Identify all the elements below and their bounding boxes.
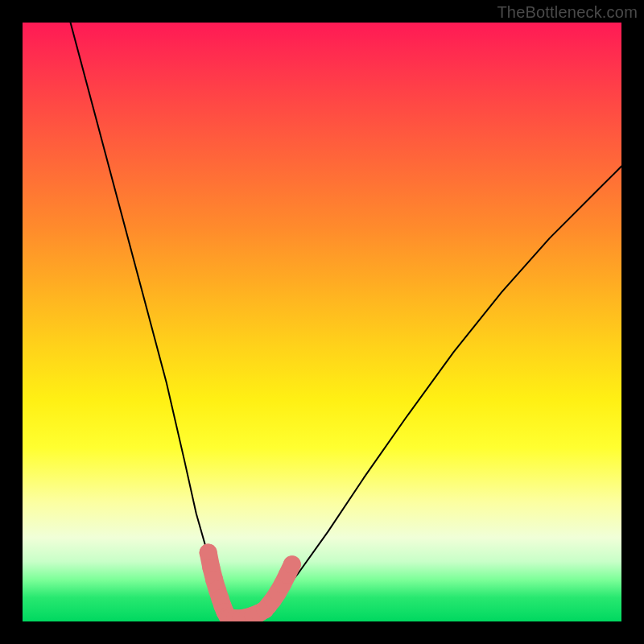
plot-area: [23, 23, 621, 621]
chart-curves: [71, 23, 621, 621]
curve-layer: [23, 23, 621, 621]
marker-dot: [283, 555, 301, 573]
chart-frame: TheBottleneck.com: [0, 0, 644, 644]
curve-bottleneck-curve: [71, 23, 621, 618]
watermark-text: TheBottleneck.com: [497, 3, 638, 22]
marker-dot: [200, 543, 217, 561]
